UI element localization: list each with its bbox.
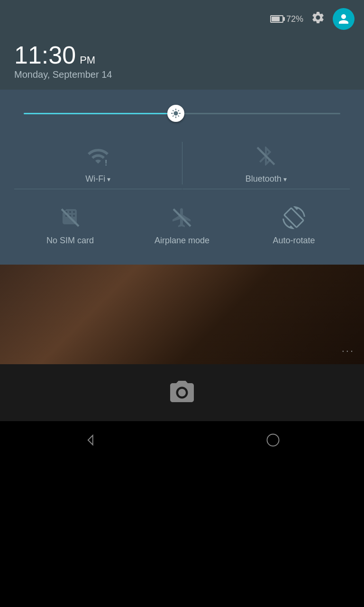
settings-icon[interactable] xyxy=(311,10,325,28)
nosim-icon-container xyxy=(56,203,84,232)
battery-percent: 72% xyxy=(286,14,303,24)
wifi-icon-container: ! xyxy=(84,142,112,170)
nosim-toggle[interactable]: No SIM card xyxy=(14,199,126,250)
wallpaper-area: ··· xyxy=(0,265,364,364)
slider-fill xyxy=(24,113,176,114)
nosim-label: No SIM card xyxy=(46,236,94,246)
datetime-area: 11:30 PM Monday, September 14 xyxy=(0,38,364,90)
navigation-bar xyxy=(0,421,364,459)
more-options-button[interactable]: ··· xyxy=(342,345,355,357)
wifi-toggle[interactable]: ! Wi-Fi ▾ xyxy=(14,137,182,189)
airplane-label: Airplane mode xyxy=(155,236,209,246)
camera-bar xyxy=(0,364,364,421)
user-avatar[interactable] xyxy=(333,8,355,30)
svg-marker-4 xyxy=(88,435,93,445)
toggle-row-2: No SIM card Airplane mode A xyxy=(14,199,350,250)
wifi-label: Wi-Fi ▾ xyxy=(85,174,110,184)
back-button[interactable] xyxy=(77,426,105,454)
time-display: 11:30 xyxy=(14,43,76,67)
airplane-icon-container xyxy=(168,203,196,232)
autorotate-icon-container xyxy=(280,203,308,232)
quick-settings-panel: ! Wi-Fi ▾ Bluetooth ▾ xyxy=(0,90,364,265)
bluetooth-chevron: ▾ xyxy=(283,175,287,183)
bluetooth-icon-container xyxy=(252,142,280,170)
toggle-row-1: ! Wi-Fi ▾ Bluetooth ▾ xyxy=(14,137,350,189)
bluetooth-label: Bluetooth ▾ xyxy=(246,174,287,184)
bluetooth-toggle[interactable]: Bluetooth ▾ xyxy=(182,137,350,189)
wifi-chevron: ▾ xyxy=(107,175,110,183)
slider-thumb[interactable] xyxy=(167,105,184,122)
brightness-row xyxy=(14,104,350,123)
autorotate-label: Auto-rotate xyxy=(273,236,315,246)
brightness-slider[interactable] xyxy=(24,104,340,123)
svg-point-5 xyxy=(267,434,279,446)
date-display: Monday, September 14 xyxy=(14,69,350,80)
status-bar: 72% xyxy=(0,0,364,38)
svg-text:!: ! xyxy=(105,159,107,167)
battery-indicator: 72% xyxy=(270,14,303,24)
ampm-display: PM xyxy=(80,54,95,66)
battery-icon xyxy=(270,15,283,23)
camera-button[interactable] xyxy=(165,376,199,409)
autorotate-toggle[interactable]: Auto-rotate xyxy=(238,199,350,250)
home-button[interactable] xyxy=(259,426,287,454)
airplane-toggle[interactable]: Airplane mode xyxy=(126,199,238,250)
